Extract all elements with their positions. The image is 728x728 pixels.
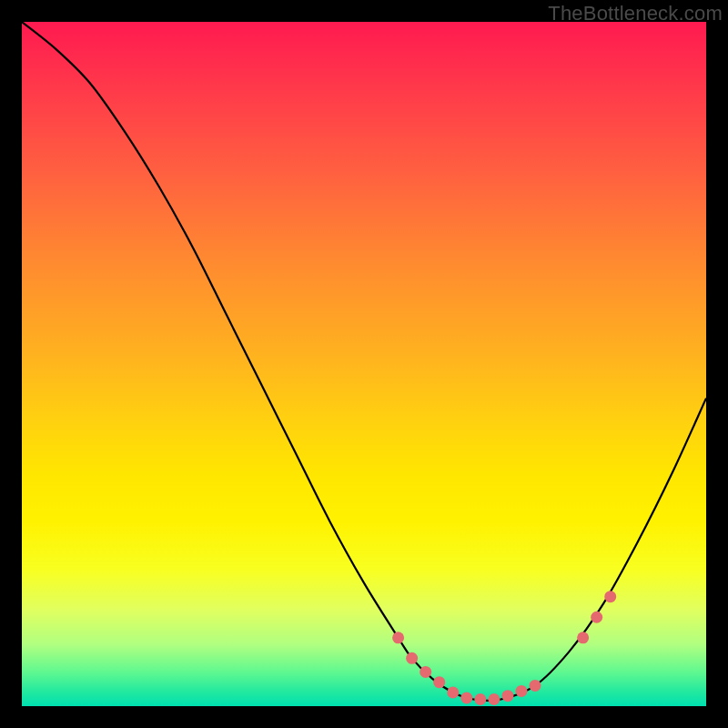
highlight-dots-group	[392, 591, 616, 705]
highlight-dot	[420, 666, 431, 678]
highlight-dot	[406, 652, 418, 664]
curve-path	[22, 22, 706, 701]
highlight-dot	[501, 690, 513, 702]
watermark-text: TheBottleneck.com	[548, 2, 723, 25]
highlight-dot	[488, 693, 500, 705]
chart-frame	[22, 22, 706, 706]
highlight-dot	[447, 686, 459, 698]
highlight-dot	[392, 632, 404, 643]
highlight-dot	[604, 591, 616, 602]
highlight-dot	[530, 680, 541, 692]
bottleneck-curve-line	[22, 22, 706, 701]
highlight-dot	[474, 693, 486, 705]
highlight-dot	[591, 612, 602, 623]
highlight-dot	[433, 676, 445, 688]
highlight-dot	[460, 692, 472, 703]
highlight-dot	[515, 685, 527, 697]
highlight-dot	[577, 632, 589, 643]
chart-svg	[22, 22, 706, 706]
